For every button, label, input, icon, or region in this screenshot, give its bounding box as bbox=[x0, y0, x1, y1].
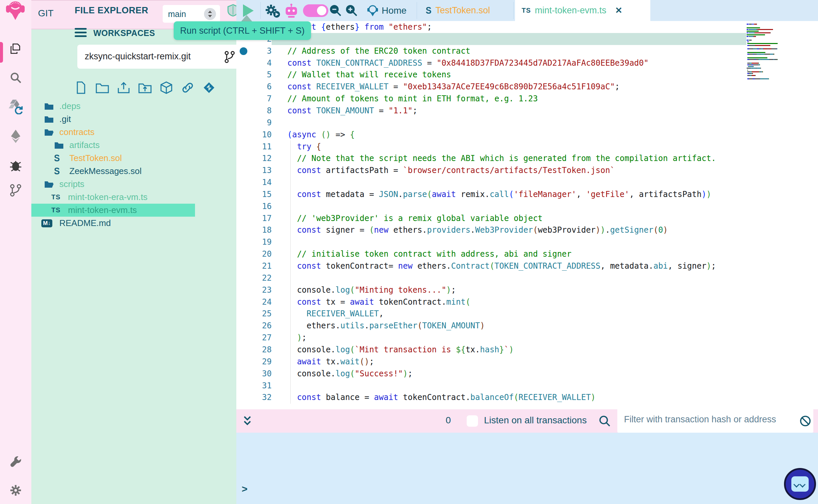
code-line-12[interactable]: 12 // Note that the script needs the ABI… bbox=[236, 152, 818, 164]
code-text: const tokenContract= new ethers.Contract… bbox=[287, 261, 716, 271]
remix-ide-window: FILE EXPLORER › WORKSPACES zksync-quicks… bbox=[0, 0, 818, 504]
folder-icon bbox=[44, 115, 54, 124]
code-line-18[interactable]: 18 const signer = (new ethers.providers.… bbox=[236, 224, 818, 236]
tree-item-contracts[interactable]: contracts bbox=[31, 126, 236, 139]
line-number: 15 bbox=[236, 190, 272, 199]
new-folder-icon[interactable] bbox=[95, 80, 110, 95]
tab-mint-token-evm[interactable]: TS mint-token-evm.ts ✕ bbox=[515, 0, 650, 21]
tree-item--git[interactable]: .git bbox=[31, 113, 236, 126]
code-line-2[interactable]: 2 bbox=[236, 33, 818, 45]
line-number: 7 bbox=[236, 94, 272, 103]
listen-checkbox[interactable] bbox=[467, 415, 478, 427]
code-line-13[interactable]: 13 const artifactsPath = `browser/contra… bbox=[236, 164, 818, 176]
tab-home[interactable]: Home bbox=[361, 0, 413, 21]
code-line-5[interactable]: 5// Wallet that will receive tokens bbox=[236, 69, 818, 81]
git-plugin-icon[interactable] bbox=[8, 183, 23, 198]
solidity-compiler-icon[interactable] bbox=[8, 99, 23, 114]
solidity-file-icon: S bbox=[54, 166, 60, 176]
tab-testtoken[interactable]: S TestToken.sol bbox=[418, 0, 497, 21]
terminal-output[interactable]: > bbox=[236, 433, 818, 504]
listen-label[interactable]: Listen on all transactions bbox=[484, 415, 587, 426]
code-line-14[interactable]: 14 bbox=[236, 176, 818, 188]
tree-item-mint-token-era-vm-ts[interactable]: TSmint-token-era-vm.ts bbox=[31, 191, 236, 204]
workspaces-menu-icon[interactable] bbox=[75, 28, 87, 38]
code-line-27[interactable]: 27 ); bbox=[236, 332, 818, 344]
zoom-out-icon[interactable] bbox=[329, 4, 342, 19]
close-icon[interactable]: ✕ bbox=[615, 5, 622, 16]
code-line-17[interactable]: 17 // 'web3Provider' is a remix global v… bbox=[236, 212, 818, 224]
branch-dropdown-icon[interactable] bbox=[204, 8, 216, 20]
upload-folder-icon[interactable] bbox=[137, 80, 153, 95]
code-editor[interactable]: 1import {ethers} from "ethers";23// Addr… bbox=[236, 21, 818, 409]
file-explorer-icon[interactable] bbox=[8, 41, 23, 56]
tree-item-artifacts[interactable]: artifacts bbox=[31, 139, 236, 152]
tree-item-scripts[interactable]: scripts bbox=[31, 178, 236, 191]
tree-item-testtoken-sol[interactable]: STestToken.sol bbox=[31, 152, 236, 165]
code-line-10[interactable]: 10(async () => { bbox=[236, 129, 818, 141]
code-line-26[interactable]: 26 ethers.utils.parseEther(TOKEN_AMOUNT) bbox=[236, 320, 818, 332]
code-line-6[interactable]: 6const RECEIVER_WALLET = "0xeb1343a7ACe7… bbox=[236, 81, 818, 93]
line-number: 24 bbox=[236, 297, 272, 307]
tab-bar: Home S TestToken.sol TS mint-token-evm.t… bbox=[236, 0, 818, 21]
minimap[interactable] bbox=[747, 23, 803, 83]
tab-label: TestToken.sol bbox=[435, 5, 490, 16]
line-number: 32 bbox=[236, 393, 272, 402]
code-line-25[interactable]: 25 RECEIVER_WALLET, bbox=[236, 308, 818, 320]
clear-filter-ban-icon[interactable] bbox=[799, 415, 812, 429]
publish-box-icon[interactable] bbox=[159, 80, 174, 95]
code-line-11[interactable]: 11 try { bbox=[236, 141, 818, 153]
line-number: 22 bbox=[236, 273, 272, 283]
code-line-31[interactable]: 31 bbox=[236, 380, 818, 392]
code-line-29[interactable]: 29 await tx.wait(); bbox=[236, 356, 818, 368]
code-line-1[interactable]: 1import {ethers} from "ethers"; bbox=[236, 21, 818, 33]
code-line-7[interactable]: 7// Amount of tokens to mint in ETH form… bbox=[236, 93, 818, 105]
upload-file-icon[interactable] bbox=[116, 80, 131, 95]
code-line-32[interactable]: 32 const balance = await tokenContract.b… bbox=[236, 391, 818, 403]
branch-select[interactable]: main bbox=[163, 5, 220, 23]
git-diamond-icon[interactable] bbox=[201, 80, 217, 95]
remix-logo-icon[interactable] bbox=[5, 2, 26, 17]
expand-terminal-icon[interactable] bbox=[242, 415, 253, 429]
link-icon[interactable] bbox=[180, 80, 195, 95]
line-number: 25 bbox=[236, 309, 272, 318]
code-line-24[interactable]: 24 const tx = await tokenContract.mint( bbox=[236, 296, 818, 308]
line-number: 17 bbox=[236, 214, 272, 223]
transaction-filter-input[interactable] bbox=[617, 406, 813, 433]
code-line-4[interactable]: 4const TOKEN_CONTRACT_ADDRESS = "0x84418… bbox=[236, 57, 818, 69]
code-line-16[interactable]: 16 bbox=[236, 200, 818, 212]
ai-robot-icon[interactable] bbox=[284, 3, 299, 20]
code-line-20[interactable]: 20 // initialise token contract with add… bbox=[236, 248, 818, 260]
settings-gear-icon[interactable] bbox=[8, 483, 23, 498]
code-line-22[interactable]: 22 bbox=[236, 272, 818, 284]
code-line-30[interactable]: 30 console.log("Success!"); bbox=[236, 368, 818, 380]
line-number: 11 bbox=[236, 142, 272, 151]
toolbar-separator bbox=[260, 2, 261, 19]
workspace-selector[interactable]: zksync-quickstart-remix.git bbox=[77, 45, 251, 69]
theme-toggle-switch[interactable] bbox=[303, 4, 328, 17]
solidity-file-icon: S bbox=[426, 5, 431, 16]
code-line-23[interactable]: 23 console.log("Minting tokens..."); bbox=[236, 284, 818, 296]
zoom-in-icon[interactable] bbox=[345, 4, 358, 19]
tree-item-readme-md[interactable]: M↓README.md bbox=[31, 217, 236, 230]
deploy-run-ethereum-icon[interactable] bbox=[8, 129, 23, 144]
ai-assistant-button[interactable] bbox=[784, 468, 816, 500]
code-text: await tx.wait(); bbox=[287, 357, 374, 366]
code-line-9[interactable]: 9 bbox=[236, 117, 818, 129]
icon-rail bbox=[0, 0, 31, 504]
tree-item-mint-token-evm-ts[interactable]: TSmint-token-evm.ts bbox=[31, 204, 236, 217]
tree-item-zeekmessages-sol[interactable]: SZeekMessages.sol bbox=[31, 165, 236, 178]
code-line-3[interactable]: 3// Address of the ERC20 token contract bbox=[236, 45, 818, 57]
code-line-8[interactable]: 8const TOKEN_AMOUNT = "1.1"; bbox=[236, 105, 818, 117]
tree-item--deps[interactable]: .deps bbox=[31, 100, 236, 113]
run-config-gear-icon[interactable] bbox=[264, 3, 280, 20]
code-line-19[interactable]: 19 bbox=[236, 236, 818, 248]
tree-item-label: mint-token-era-vm.ts bbox=[68, 192, 147, 202]
code-line-28[interactable]: 28 console.log(`Mint transaction is ${tx… bbox=[236, 344, 818, 356]
wrench-tools-icon[interactable] bbox=[8, 454, 23, 469]
search-icon[interactable] bbox=[8, 70, 23, 85]
code-line-21[interactable]: 21 const tokenContract= new ethers.Contr… bbox=[236, 260, 818, 272]
debugger-bug-icon[interactable] bbox=[8, 157, 23, 173]
code-line-15[interactable]: 15 const metadata = JSON.parse(await rem… bbox=[236, 188, 818, 200]
new-file-icon[interactable] bbox=[73, 80, 89, 95]
transaction-count: 0 bbox=[446, 415, 451, 426]
